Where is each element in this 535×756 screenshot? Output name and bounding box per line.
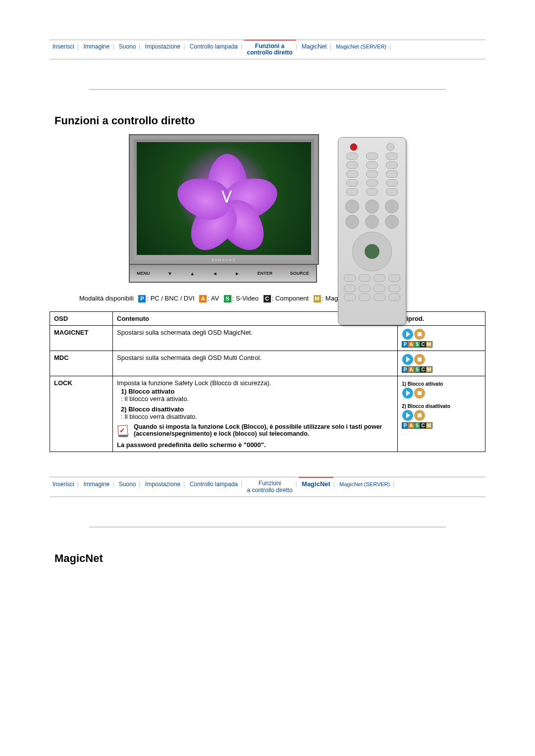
remote-button bbox=[374, 274, 385, 282]
nav-separator: | bbox=[333, 481, 335, 488]
remote-button bbox=[366, 188, 378, 196]
nav-active-line1: Funzioni a bbox=[255, 43, 284, 50]
section-title-funzioni: Funzioni a controllo diretto bbox=[54, 114, 485, 127]
mode-m-icon: M bbox=[314, 295, 321, 302]
legend-a-text: : AV bbox=[208, 295, 219, 302]
remote-button bbox=[345, 215, 359, 229]
nav-mid-line1: Funzioni bbox=[259, 480, 281, 487]
remote-button bbox=[359, 274, 371, 282]
nav-mid-line2: a controllo diretto bbox=[247, 487, 293, 494]
remote-button bbox=[359, 294, 371, 301]
play-icon[interactable] bbox=[402, 388, 413, 399]
nav-magicnet[interactable]: MagicNet bbox=[299, 43, 330, 50]
remote-button bbox=[386, 143, 394, 151]
nav-active-line2: controllo diretto bbox=[247, 49, 293, 56]
remote-button bbox=[366, 179, 378, 187]
lock-opt1-title: 1) Blocco attivato bbox=[121, 388, 174, 395]
nav-separator: | bbox=[389, 43, 391, 50]
nav-separator: | bbox=[183, 481, 185, 488]
nav-funzioni-controllo-diretto[interactable]: Funzioni a controllo diretto bbox=[244, 480, 296, 493]
nav-controllo-lampada[interactable]: Controllo lampada bbox=[187, 481, 241, 488]
remote-button bbox=[359, 285, 371, 292]
lock-note: Quando si imposta la funzione Lock (Bloc… bbox=[134, 423, 393, 437]
nav-funzioni-controllo-diretto[interactable]: Funzioni a controllo diretto bbox=[244, 43, 296, 56]
lock-opt2-title: 2) Blocco disattivato bbox=[121, 405, 184, 413]
riprod-mdc: PASCM bbox=[398, 351, 485, 376]
nav-separator: | bbox=[393, 481, 394, 488]
tv-logo: SAMSUNG bbox=[212, 258, 236, 262]
lock-opt2-desc: : Il blocco verrà disattivato. bbox=[121, 413, 197, 420]
remote-button bbox=[346, 170, 358, 178]
product-illustration: SAMSUNG MENU ▼ ▲ ◄ ► ENTER SOURCE bbox=[129, 134, 406, 283]
legend-p-text: : PC / BNC / DVI bbox=[147, 295, 194, 302]
remote-button bbox=[374, 294, 385, 301]
th-osd: OSD bbox=[50, 312, 113, 326]
nav-separator: | bbox=[241, 481, 242, 488]
remote-button bbox=[346, 152, 358, 160]
nav-impostazione[interactable]: Impostazione bbox=[142, 43, 183, 50]
mode-s-icon: S bbox=[224, 295, 231, 302]
mode-a-icon: A bbox=[199, 295, 207, 302]
left-button[interactable]: ◄ bbox=[213, 271, 217, 276]
nav-magicnet[interactable]: MagicNet bbox=[299, 480, 333, 488]
section-title-magicnet: MagicNet bbox=[54, 552, 485, 565]
nav-inserisci[interactable]: Inserisci bbox=[50, 481, 77, 488]
remote-button bbox=[366, 161, 378, 169]
mode-c-icon: C bbox=[264, 295, 271, 302]
nav-separator: | bbox=[183, 43, 185, 50]
remote-button bbox=[346, 188, 358, 196]
remote-dpad bbox=[352, 232, 392, 271]
enter-button[interactable]: ENTER bbox=[257, 271, 272, 276]
legend-label: Modalità disponibili bbox=[79, 295, 134, 302]
nav-suono[interactable]: Suono bbox=[116, 481, 139, 488]
nav-magicnet-server[interactable]: MagicNet (SERVER) bbox=[333, 44, 389, 50]
table-row: MAGICNET Spostarsi sulla schermata degli… bbox=[50, 326, 485, 351]
osd-mdc: MDC bbox=[50, 351, 113, 376]
nav-impostazione[interactable]: Impostazione bbox=[142, 481, 183, 488]
divider bbox=[89, 527, 446, 527]
riprod-lock: 1) Blocco attivato 2) Blocco disattivato… bbox=[398, 376, 485, 452]
play-icon[interactable] bbox=[402, 329, 413, 340]
nav-immagine[interactable]: Immagine bbox=[80, 481, 112, 488]
remote-button bbox=[388, 274, 400, 282]
remote-button bbox=[365, 215, 379, 229]
tv-screen bbox=[137, 142, 311, 255]
legend-s-text: : S-Video bbox=[232, 295, 259, 302]
stop-icon[interactable] bbox=[414, 329, 425, 340]
nav-magicnet-server[interactable]: MagicNet (SERVER) bbox=[336, 481, 393, 487]
stop-icon[interactable] bbox=[414, 410, 425, 421]
flower-image bbox=[178, 151, 277, 251]
osd-table: OSD Contenuto Riprod. MAGICNET Spostarsi… bbox=[50, 311, 485, 452]
menu-button[interactable]: MENU bbox=[137, 271, 150, 276]
remote-button bbox=[388, 294, 400, 301]
remote-button bbox=[365, 200, 379, 213]
osd-lock: LOCK bbox=[50, 376, 113, 452]
right-button[interactable]: ► bbox=[235, 271, 240, 276]
play-icon[interactable] bbox=[402, 354, 413, 365]
content-mdc: Spostarsi sulla schermata degli OSD Mult… bbox=[113, 351, 398, 376]
tv-frame: SAMSUNG bbox=[129, 134, 319, 265]
tv-button-bar: MENU ▼ ▲ ◄ ► ENTER SOURCE bbox=[129, 265, 317, 283]
bottom-nav: Inserisci| Immagine| Suono| Impostazione… bbox=[50, 477, 485, 497]
remote-button bbox=[346, 179, 358, 187]
nav-suono[interactable]: Suono bbox=[116, 43, 139, 50]
play-icon[interactable] bbox=[402, 410, 413, 421]
nav-immagine[interactable]: Immagine bbox=[80, 43, 112, 50]
note-check-icon: ✓ bbox=[117, 424, 130, 437]
up-button[interactable]: ▲ bbox=[190, 271, 195, 276]
remote-button bbox=[344, 285, 356, 292]
remote-button bbox=[346, 161, 358, 169]
stop-icon[interactable] bbox=[414, 388, 425, 399]
th-riprod: Riprod. bbox=[398, 312, 485, 326]
divider bbox=[89, 89, 446, 90]
source-button[interactable]: SOURCE bbox=[290, 271, 309, 276]
pascm-badge: PASCM bbox=[402, 366, 432, 373]
nav-controllo-lampada[interactable]: Controllo lampada bbox=[187, 43, 241, 50]
osd-magicnet: MAGICNET bbox=[50, 326, 113, 351]
down-button[interactable]: ▼ bbox=[167, 271, 172, 276]
pascm-badge: PASCM bbox=[402, 341, 432, 348]
stop-icon[interactable] bbox=[414, 354, 425, 365]
nav-inserisci[interactable]: Inserisci bbox=[50, 43, 77, 50]
remote-button bbox=[345, 200, 359, 213]
remote-button bbox=[374, 285, 385, 292]
